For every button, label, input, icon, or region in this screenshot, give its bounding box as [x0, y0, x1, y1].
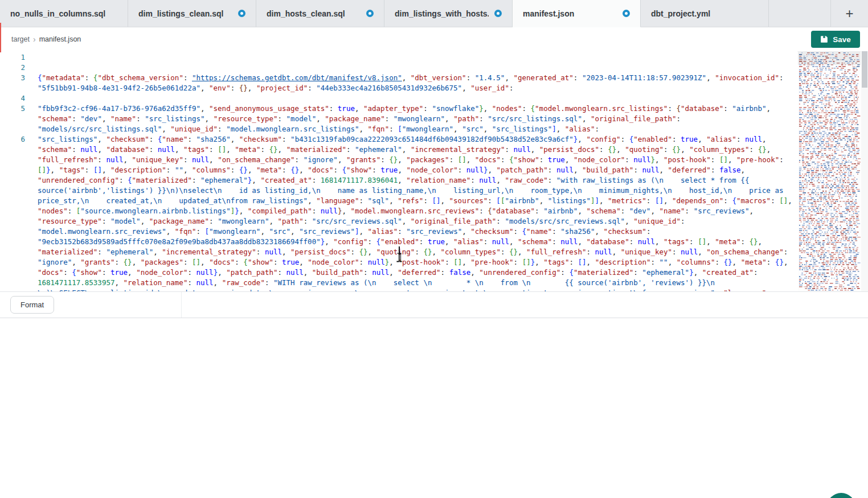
code-text[interactable]	[38, 93, 793, 104]
line-number: 5	[0, 104, 25, 114]
modified-indicator-icon[interactable]	[366, 10, 374, 17]
new-tab-button[interactable]: +	[830, 0, 868, 27]
modified-indicator-icon[interactable]	[238, 10, 245, 17]
bottom-panel: Format	[0, 291, 868, 318]
tab-label: dbt_project.yml	[651, 9, 710, 18]
code-line: 3{"metadata": {"dbt_schema_version": "ht…	[0, 73, 797, 93]
window-edge-artifact	[0, 23, 1, 52]
breadcrumb-bar: target › manifest.json Save	[0, 27, 868, 52]
breadcrumb-file[interactable]: manifest.json	[39, 35, 81, 43]
tab-label: dim_listings_with_hosts.sql	[395, 9, 489, 18]
tab-manifest-json[interactable]: manifest.json	[513, 0, 641, 27]
tab-dim-listings-clean-sql[interactable]: dim_listings_clean.sql	[128, 0, 256, 27]
modified-indicator-icon[interactable]	[494, 10, 502, 17]
plus-icon: +	[845, 6, 853, 22]
floppy-disk-icon	[820, 35, 828, 43]
vertical-scrollbar-track[interactable]	[861, 51, 868, 291]
tab-bar: no_nulls_in_columns.sqldim_listings_clea…	[0, 0, 868, 27]
tab-label: manifest.json	[523, 9, 574, 18]
save-button[interactable]: Save	[811, 31, 860, 48]
save-button-label: Save	[833, 35, 851, 44]
line-number: 4	[0, 93, 25, 104]
minimap-viewport-slider[interactable]	[798, 51, 861, 65]
code-line: 1	[0, 52, 797, 63]
line-number: 1	[0, 52, 25, 63]
minimap-render	[798, 51, 861, 291]
modified-indicator-icon[interactable]	[623, 10, 630, 17]
code-line: 4	[0, 93, 797, 104]
tab-label: dim_hosts_clean.sql	[267, 9, 345, 18]
tab-dim-listings-with-hosts-sql[interactable]: dim_listings_with_hosts.sql	[384, 0, 513, 27]
mouse-cursor-ibeam	[396, 253, 403, 265]
code-text[interactable]: "src_listings", "checksum": {"name": "sh…	[38, 134, 793, 291]
code-text[interactable]	[38, 52, 793, 63]
tab-label: no_nulls_in_columns.sql	[10, 9, 105, 18]
tab-no-nulls-in-columns-sql[interactable]: no_nulls_in_columns.sql	[0, 0, 128, 27]
panel-divider	[181, 292, 182, 318]
tab-label: dim_listings_clean.sql	[138, 9, 223, 18]
code-line: 6"src_listings", "checksum": {"name": "s…	[0, 134, 797, 291]
code-line: 2	[0, 63, 797, 73]
breadcrumb: target › manifest.json	[11, 35, 81, 43]
tab-dbt-project-yml[interactable]: dbt_project.yml	[641, 0, 769, 27]
tab-dim-hosts-clean-sql[interactable]: dim_hosts_clean.sql	[256, 0, 384, 27]
vertical-scrollbar-thumb[interactable]	[862, 51, 867, 88]
line-number: 6	[0, 134, 25, 145]
line-number: 3	[0, 73, 25, 83]
help-fab[interactable]	[827, 493, 855, 498]
code-text[interactable]	[38, 63, 793, 73]
minimap[interactable]	[798, 51, 861, 291]
code-text[interactable]: "fbb9f3c2-cf96-4a17-b736-976a62d35ff9", …	[38, 104, 793, 134]
line-number: 2	[0, 63, 25, 73]
code-text[interactable]: {"metadata": {"dbt_schema_version": "htt…	[38, 73, 793, 93]
breadcrumb-folder[interactable]: target	[11, 35, 30, 43]
format-button[interactable]: Format	[10, 296, 54, 314]
chevron-right-icon: ›	[33, 36, 36, 43]
code-line: 5"fbb9f3c2-cf96-4a17-b736-976a62d35ff9",…	[0, 104, 797, 134]
